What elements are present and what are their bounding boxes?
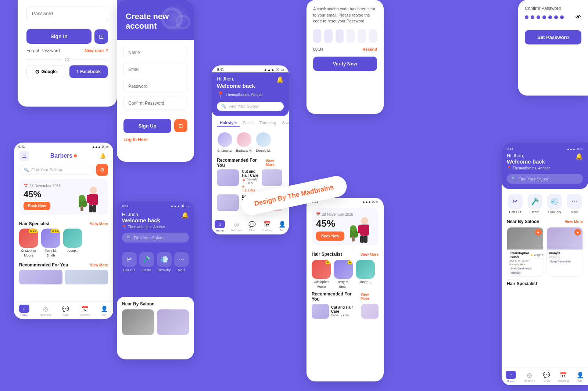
purple-bell-icon[interactable]: 🔔 [182, 212, 189, 219]
recom-view-more[interactable]: View More [90, 263, 108, 267]
saloon-card-1[interactable]: ♥ Christopher Bush ★ 4.9(2.6k) 852 N Vir… [507, 227, 544, 277]
pw-dot-1 [525, 15, 528, 19]
signup-button[interactable]: Sign Up [123, 119, 171, 133]
nav-home[interactable]: ⌂ Home [215, 220, 225, 232]
icon-more[interactable]: ··· More [174, 252, 189, 272]
view-more-link[interactable]: View More [266, 159, 284, 167]
left-nav-home[interactable]: ⌂ Home [19, 305, 29, 317]
signin-button[interactable]: Sign In [26, 29, 92, 44]
right-view-more[interactable]: View More [565, 220, 583, 224]
near-saloon-img-1[interactable] [122, 309, 154, 335]
scan-button[interactable]: ⊡ [94, 29, 108, 44]
forgot-password-link[interactable]: Forgot Password [26, 48, 60, 53]
otp-box-3[interactable] [336, 29, 344, 43]
nav-booking-label: Booking [262, 229, 272, 232]
heart-icon-2[interactable]: ♥ [574, 229, 581, 236]
saloon-tags-1: Scalp Treatments Hair Cut [509, 267, 541, 275]
tab-facial[interactable]: Facial [240, 120, 256, 127]
new-user-link[interactable]: New user ? [85, 48, 108, 53]
resend-link[interactable]: Resend [362, 47, 377, 51]
register-card: Create new account Sign Up ⊡ Log In Here [117, 0, 194, 162]
right-search-bar[interactable]: 🔍 Find Your Saloon [507, 174, 583, 184]
right-nav-nearby[interactable]: ◎ Near me [524, 372, 535, 383]
icon-beard[interactable]: 🪒 Beard [139, 252, 154, 272]
right-nav-me[interactable]: 👤 Me [577, 372, 584, 383]
mid-view-more[interactable]: View More [361, 252, 379, 257]
otp-box-2[interactable] [324, 29, 332, 43]
svg-point-19 [353, 230, 358, 238]
book-now-button[interactable]: Book Now [24, 202, 50, 210]
bell-icon-left[interactable]: 🔔 [98, 151, 108, 161]
mid-specialist-3[interactable]: Josep... [356, 260, 375, 288]
facebook-button[interactable]: f Facebook [69, 65, 108, 78]
password-input[interactable] [26, 7, 108, 20]
name-input[interactable] [123, 46, 187, 59]
rating-star-1: ★ [530, 254, 533, 257]
icon-blowdry[interactable]: 💨 Blow-dry [157, 252, 172, 272]
right-blowdry-icon-item[interactable]: 💨 Blow-dry [547, 194, 562, 214]
mid-recom-view-more[interactable]: View More [361, 293, 379, 301]
promo-mid-header: 📅 28 November 2018 45% Book Now [312, 208, 379, 245]
nav-chat[interactable]: 💬 Chat [248, 221, 256, 232]
specialist-item-2[interactable]: ★ 4.8 Terry M. Smith [41, 229, 60, 257]
barber-item[interactable]: Cristopher [217, 132, 233, 153]
barber-item[interactable]: Dennis M. [255, 132, 272, 153]
barber-item[interactable]: Barbara M. [236, 132, 252, 153]
right-beard-icon-item[interactable]: 🪒 Beard [528, 194, 542, 214]
right-specialist-title: Hair Specialist [507, 281, 583, 286]
recommended-title: Recommended For You [217, 158, 266, 168]
specialist-item-1[interactable]: ★ 4.9 Cristopher Moore [19, 229, 38, 257]
right-location: Themadbrains, Abohar [513, 166, 550, 170]
mid-specialist-1[interactable]: ★ Cristopher Moore [312, 260, 331, 288]
nav-me[interactable]: 👤 Me [279, 221, 286, 232]
saloon-card-2[interactable]: ♥ Vinny's 852 N Vi... Scalp Treatments [546, 227, 583, 277]
mid-specialist-2[interactable]: ★ Terry M. Smith [334, 260, 353, 288]
left-nav-me[interactable]: 👤 Me [101, 305, 108, 316]
otp-box-1[interactable] [313, 29, 321, 43]
search-bar[interactable]: 🔍 Find Your Saloon [217, 102, 284, 111]
left-battery-icon: ▭ [106, 145, 109, 148]
nav-booking[interactable]: 📅 Booking [262, 221, 272, 232]
tab-saving[interactable]: Saving [279, 120, 289, 127]
login-link[interactable]: Log In Here [123, 137, 148, 142]
recom-title: Recommended For You [19, 262, 68, 268]
wifi-icon: ⌘ [276, 68, 279, 72]
right-more-icon-item[interactable]: ··· More [567, 194, 582, 214]
right-nav-chat[interactable]: 💬 Chat [543, 372, 550, 383]
filter-icon[interactable]: ⚙ [96, 164, 108, 176]
otp-box-4[interactable] [347, 29, 355, 43]
bell-icon[interactable]: 🔔 [276, 76, 284, 83]
left-nav-booking[interactable]: 📅 Booking [79, 305, 90, 316]
saloon-img-2: ♥ [547, 227, 583, 250]
heart-icon-1[interactable]: ♥ [535, 229, 542, 236]
specialist-item-3[interactable]: Josep... [63, 229, 82, 257]
eye-icon[interactable]: 👁 [576, 14, 581, 21]
near-saloon-img-2[interactable] [157, 309, 189, 335]
right-nav-home[interactable]: ⌂ Home [506, 371, 516, 383]
nav-nearby[interactable]: ◎ Near me [231, 221, 243, 232]
right-nav-booking[interactable]: 📅 Booking [558, 372, 569, 383]
verify-button[interactable]: Verify Now [313, 57, 377, 71]
tab-trimming[interactable]: Trimming [257, 120, 279, 127]
purple-search-bar[interactable]: 🔍 Find Your Saloon [122, 233, 189, 243]
left-nav-chat[interactable]: 💬 Chat [62, 305, 69, 316]
tab-hairstyle[interactable]: Hairstyle [217, 120, 240, 127]
right-home-icon: ⌂ [506, 371, 516, 379]
google-button[interactable]: G Google [26, 65, 65, 78]
specialist-view-more[interactable]: View More [90, 222, 108, 226]
right-bell-icon[interactable]: 🔔 [576, 153, 583, 160]
confirm-password-input[interactable] [123, 97, 187, 110]
setpassword-button[interactable]: Set Password [525, 30, 581, 44]
reg-scan-button[interactable]: ⊡ [174, 119, 187, 132]
left-nav-nearby[interactable]: ◎ Near me [40, 305, 51, 316]
left-search-bar[interactable]: 🔍 Find Your Saloon [19, 165, 93, 175]
menu-icon[interactable]: ☰ [19, 151, 29, 161]
left-chat-icon: 💬 [62, 305, 69, 312]
otp-box-6[interactable] [369, 29, 377, 43]
password-input-reg[interactable] [123, 80, 187, 93]
otp-box-5[interactable] [358, 29, 366, 43]
email-input[interactable] [123, 63, 187, 76]
book-now-mid-button[interactable]: Book Now [316, 232, 344, 241]
icon-haircut[interactable]: ✂ Hair Cut [122, 252, 137, 272]
right-haircut-icon-item[interactable]: ✂ Hair Cut [508, 194, 523, 214]
